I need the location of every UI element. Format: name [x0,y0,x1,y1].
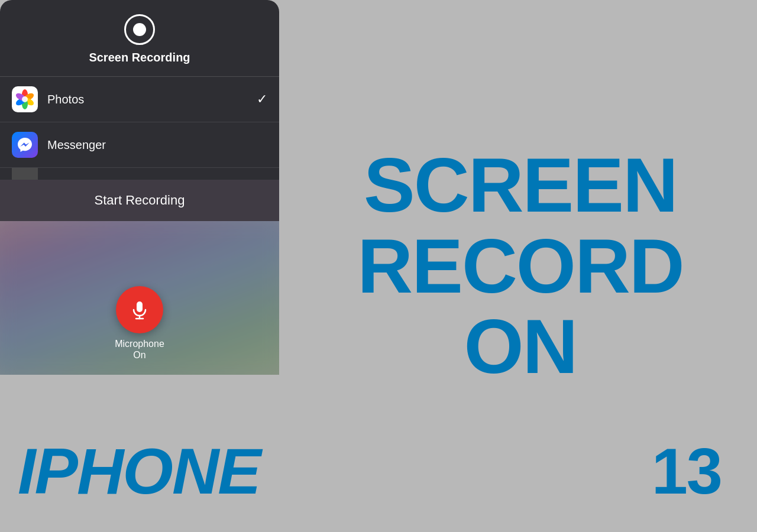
version-label: 13 [652,433,722,508]
microphone-button[interactable] [116,286,163,333]
bottom-row: iPHONE 13 [0,433,757,508]
microphone-icon [129,299,150,320]
ios-panel: Screen Recording [0,0,279,402]
messenger-label: Messenger [47,138,267,152]
svg-rect-7 [137,301,143,312]
record-dot [133,23,146,36]
messenger-icon [12,132,38,158]
start-recording-button[interactable]: Start Recording [0,180,279,221]
panel-top: Screen Recording [0,0,279,180]
svg-point-6 [22,96,28,102]
screen-recording-header: Screen Recording [0,0,279,76]
record-icon-circle [124,14,155,45]
messenger-icon-svg [17,137,33,153]
microphone-section: Microphone On [0,286,279,375]
panel-bottom: Microphone On [0,221,279,375]
photos-checkmark: ✓ [257,92,267,107]
photos-icon [12,86,38,112]
photos-label: Photos [47,93,247,106]
hero-line2: RECORD [357,226,683,307]
partial-icon [12,167,38,180]
messenger-menu-item[interactable]: Messenger [0,122,279,167]
screen-recording-title: Screen Recording [89,51,190,64]
photos-menu-item[interactable]: Photos ✓ [0,77,279,122]
device-label: iPHONE [18,433,260,508]
hero-line1: SCREEN [357,145,683,226]
photos-icon-svg [14,89,35,110]
microphone-label: Microphone On [115,338,164,361]
start-recording-label: Start Recording [95,193,185,207]
hero-line3: ON [357,306,683,387]
partial-menu-item [0,167,279,180]
